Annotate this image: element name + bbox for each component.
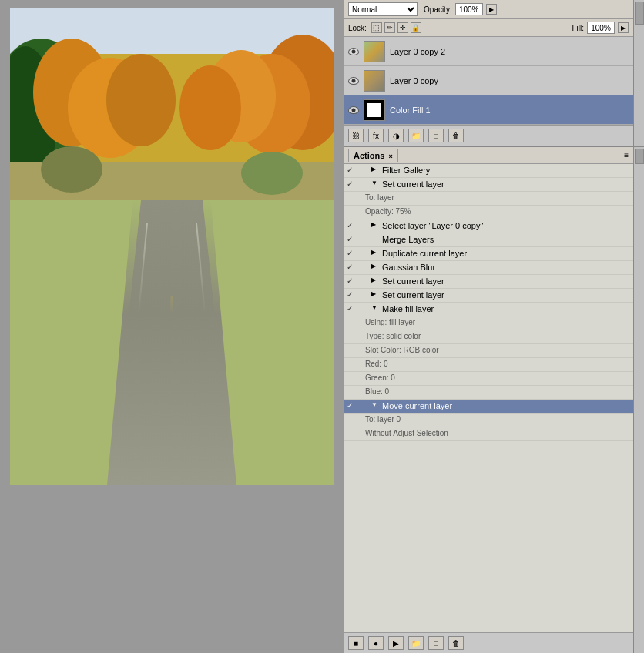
eye-icon-2 <box>348 77 359 85</box>
svg-line-20 <box>126 223 147 454</box>
close-tab-btn[interactable]: × <box>388 152 392 160</box>
action-name-9: Make fill layer <box>382 304 630 313</box>
action-expand-8[interactable] <box>371 290 382 297</box>
action-sub-to-layer[interactable]: To: layer <box>344 192 633 206</box>
new-action-btn[interactable]: □ <box>428 636 444 650</box>
layer-item-3[interactable]: Color Fill 1 <box>344 95 633 125</box>
layer-name-3: Color Fill 1 <box>390 105 630 115</box>
canvas-image <box>10 8 334 485</box>
svg-point-6 <box>106 54 176 146</box>
link-layers-btn[interactable]: ⛓ <box>348 129 364 142</box>
action-expand-9[interactable] <box>371 304 382 311</box>
action-expand-3[interactable] <box>371 221 382 228</box>
lock-pixels-btn[interactable]: ✏ <box>384 22 395 33</box>
svg-line-14 <box>171 347 172 385</box>
layer-visibility-2[interactable] <box>347 74 361 88</box>
layers-scrollbar[interactable] <box>633 0 644 146</box>
action-expand-2[interactable] <box>371 179 382 186</box>
action-check-10 <box>347 401 359 410</box>
action-sub-blue-name: Blue: 0 <box>365 387 630 396</box>
action-expand-10[interactable] <box>371 401 382 408</box>
action-sub-slot[interactable]: Slot Color: RGB color <box>344 344 633 358</box>
action-name-3: Select layer "Layer 0 copy" <box>382 221 630 230</box>
svg-line-15 <box>171 296 172 327</box>
svg-point-18 <box>41 146 102 193</box>
panel-menu-btn[interactable]: ≡ <box>624 151 629 159</box>
action-merge-layers[interactable]: Merge Layers <box>344 233 633 247</box>
action-check-7 <box>347 276 359 285</box>
action-name-8: Set current layer <box>382 290 630 300</box>
action-sub-using-name: Using: fill layer <box>365 318 630 326</box>
new-action-folder-btn[interactable]: 📁 <box>408 636 424 650</box>
action-sub-using[interactable]: Using: fill layer <box>344 316 633 330</box>
action-expand-6[interactable] <box>371 263 382 270</box>
svg-point-19 <box>241 152 303 195</box>
action-name-2: Set current layer <box>382 179 630 189</box>
action-check-8 <box>347 290 359 299</box>
opacity-row: Opacity: ▶ <box>424 3 497 15</box>
layer-item[interactable]: Layer 0 copy 2 <box>344 37 633 66</box>
lock-transparent-btn[interactable]: ⬚ <box>371 22 382 33</box>
fill-input[interactable] <box>587 22 615 34</box>
new-adjustment-btn[interactable]: ◑ <box>388 129 404 142</box>
action-check-4 <box>347 235 359 243</box>
action-name-5: Duplicate current layer <box>382 249 630 258</box>
fill-arrow[interactable]: ▶ <box>618 22 629 33</box>
action-set-layer-2[interactable]: Set current layer <box>344 275 633 289</box>
action-expand-7[interactable] <box>371 276 382 283</box>
layer-item-2[interactable]: Layer 0 copy <box>344 66 633 95</box>
action-sub-to-layer0-name: To: layer 0 <box>365 415 630 424</box>
eye-icon-1 <box>348 48 359 55</box>
fx-btn[interactable]: fx <box>368 129 384 142</box>
svg-marker-17 <box>203 200 334 485</box>
blend-mode-select[interactable]: Normal Multiply Screen <box>348 2 418 16</box>
action-set-layer-3[interactable]: Set current layer <box>344 289 633 303</box>
layer-visibility-3[interactable] <box>347 103 361 117</box>
actions-bottom-toolbar: ■ ● ▶ 📁 □ 🗑 <box>344 632 633 653</box>
opacity-label: Opacity: <box>424 5 452 14</box>
stop-btn[interactable]: ■ <box>348 636 364 650</box>
actions-content: Actions × ≡ Filter Gallery <box>344 147 633 653</box>
action-make-fill[interactable]: Make fill layer <box>344 303 633 316</box>
action-sub-red[interactable]: Red: 0 <box>344 358 633 372</box>
new-layer-btn[interactable]: □ <box>428 129 444 142</box>
lock-row: Lock: ⬚ ✏ ✛ 🔒 Fill: ▶ <box>344 19 633 37</box>
action-sub-blue[interactable]: Blue: 0 <box>344 386 633 400</box>
actions-tab[interactable]: Actions × <box>348 149 398 162</box>
layer-list: Layer 0 copy 2 Layer 0 copy <box>344 37 633 125</box>
lock-position-btn[interactable]: ✛ <box>397 22 408 33</box>
lock-all-btn[interactable]: 🔒 <box>411 22 421 33</box>
play-btn[interactable]: ▶ <box>388 636 404 650</box>
record-btn[interactable]: ● <box>368 636 384 650</box>
actions-scrollbar-thumb[interactable] <box>635 149 644 164</box>
action-gaussian-blur[interactable]: Gaussian Blur <box>344 261 633 275</box>
svg-line-21 <box>196 223 218 454</box>
layer-visibility-1[interactable] <box>347 45 361 59</box>
fill-thumb-white <box>367 103 381 117</box>
action-filter-gallery[interactable]: Filter Gallery <box>344 164 633 178</box>
action-check-1 <box>347 166 359 174</box>
fill-section: Fill: ▶ <box>572 22 629 34</box>
delete-layer-btn[interactable]: 🗑 <box>448 129 464 142</box>
action-expand-1[interactable] <box>371 166 382 172</box>
new-group-btn[interactable]: 📁 <box>408 129 424 142</box>
layer-thumb-1 <box>364 41 385 62</box>
opacity-input[interactable] <box>455 3 483 15</box>
actions-scrollbar[interactable] <box>633 147 644 653</box>
action-set-layer-1[interactable]: Set current layer <box>344 178 633 192</box>
action-sub-type[interactable]: Type: solid color <box>344 330 633 344</box>
action-expand-5[interactable] <box>371 249 382 256</box>
action-select-layer[interactable]: Select layer "Layer 0 copy" <box>344 219 633 233</box>
action-duplicate[interactable]: Duplicate current layer <box>344 247 633 261</box>
action-sub-opacity[interactable]: Opacity: 75% <box>344 206 633 219</box>
action-sub-to-layer0[interactable]: To: layer 0 <box>344 414 633 427</box>
eye-icon-3 <box>348 106 359 114</box>
delete-action-btn[interactable]: 🗑 <box>448 636 464 650</box>
opacity-arrow[interactable]: ▶ <box>486 4 497 15</box>
action-sub-green[interactable]: Green: 0 <box>344 372 633 386</box>
layers-scrollbar-thumb[interactable] <box>635 2 644 25</box>
fill-label: Fill: <box>572 24 584 32</box>
action-sub-no-adjust[interactable]: Without Adjust Selection <box>344 427 633 441</box>
actions-tab-label: Actions <box>354 151 384 160</box>
action-move-layer[interactable]: Move current layer <box>344 400 633 414</box>
